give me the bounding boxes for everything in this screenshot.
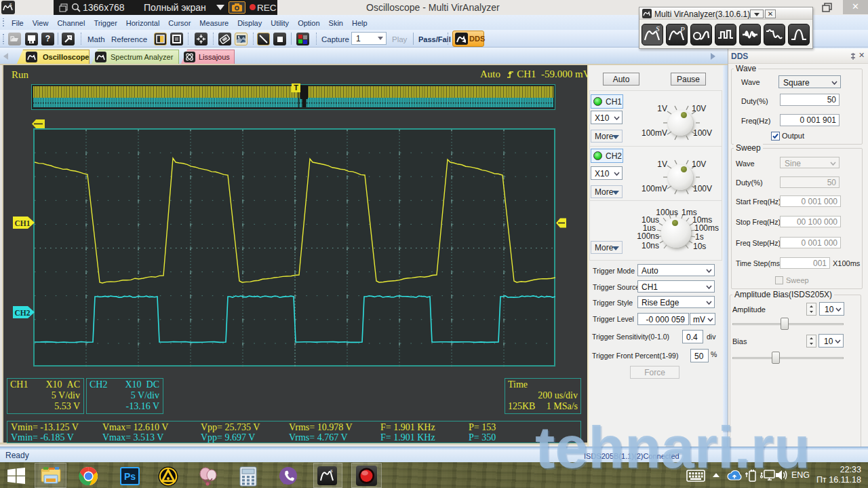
svg-text:CH2: CH2 xyxy=(15,309,31,317)
svg-text:s: s xyxy=(330,467,333,474)
svg-text:CH1: CH1 xyxy=(15,219,31,227)
svg-text:S: S xyxy=(656,24,660,33)
svg-text:s: s xyxy=(9,2,12,7)
svg-text:P: P xyxy=(679,25,685,33)
